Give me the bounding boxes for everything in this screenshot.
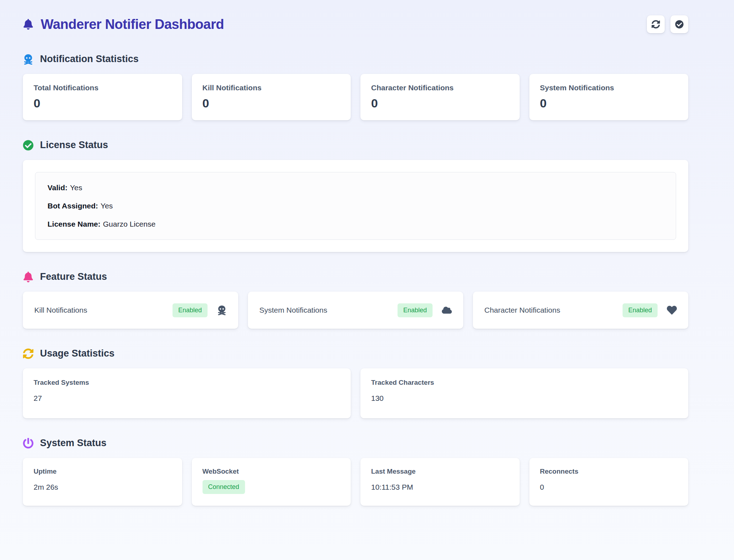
system-label: Uptime bbox=[34, 468, 171, 475]
stat-label: Total Notifications bbox=[34, 84, 171, 92]
stat-card-kill-notifications: Kill Notifications 0 bbox=[192, 74, 351, 120]
license-field-label: Valid: bbox=[48, 183, 68, 192]
license-field-label: Bot Assigned: bbox=[48, 202, 98, 210]
feature-label: Kill Notifications bbox=[34, 306, 87, 314]
section-title: Usage Statistics bbox=[40, 348, 115, 359]
system-card-last-message: Last Message 10:11:53 PM bbox=[360, 458, 520, 506]
section-header-usage-statistics: Usage Statistics bbox=[23, 348, 688, 359]
license-valid-line: Valid:Yes bbox=[48, 183, 664, 192]
system-value: 10:11:53 PM bbox=[371, 483, 509, 491]
status-badge: Enabled bbox=[623, 303, 658, 317]
license-field-value: Yes bbox=[101, 202, 113, 210]
stat-label: Kill Notifications bbox=[203, 84, 340, 92]
refresh-icon bbox=[651, 20, 660, 29]
page-title: Wanderer Notifier Dashboard bbox=[41, 17, 224, 32]
usage-card-tracked-characters: Tracked Characters 130 bbox=[360, 368, 688, 418]
usage-value: 27 bbox=[34, 394, 340, 403]
cloud-icon bbox=[442, 305, 452, 315]
websocket-status-badge: Connected bbox=[203, 480, 245, 494]
bell-icon bbox=[23, 19, 34, 30]
license-card: Valid:Yes Bot Assigned:Yes License Name:… bbox=[23, 160, 688, 252]
usage-value: 130 bbox=[371, 394, 678, 403]
feature-card-system-notifications: System Notifications Enabled bbox=[248, 292, 463, 329]
status-check-button[interactable] bbox=[670, 15, 688, 33]
section-header-notification-statistics: Notification Statistics bbox=[23, 54, 688, 65]
usage-label: Tracked Characters bbox=[371, 379, 678, 387]
license-field-value: Yes bbox=[70, 183, 82, 192]
status-badge: Enabled bbox=[173, 303, 208, 317]
stat-card-character-notifications: Character Notifications 0 bbox=[360, 74, 520, 120]
system-card-reconnects: Reconnects 0 bbox=[529, 458, 689, 506]
stat-value: 0 bbox=[540, 96, 678, 110]
check-circle-icon bbox=[675, 20, 684, 29]
status-badge: Enabled bbox=[398, 303, 433, 317]
usage-statistics-grid: Tracked Systems 27 Tracked Characters 13… bbox=[23, 368, 688, 418]
system-label: WebSocket bbox=[203, 468, 340, 475]
usage-card-tracked-systems: Tracked Systems 27 bbox=[23, 368, 351, 418]
stat-value: 0 bbox=[371, 96, 509, 110]
refresh-button[interactable] bbox=[647, 15, 665, 33]
feature-status-grid: Kill Notifications Enabled System Notifi… bbox=[23, 292, 688, 329]
system-status-grid: Uptime 2m 26s WebSocket Connected Last M… bbox=[23, 458, 688, 506]
system-value: 2m 26s bbox=[34, 483, 171, 491]
feature-label: Character Notifications bbox=[484, 306, 560, 314]
license-bot-assigned-line: Bot Assigned:Yes bbox=[48, 202, 664, 210]
system-card-websocket: WebSocket Connected bbox=[192, 458, 351, 506]
license-panel: Valid:Yes Bot Assigned:Yes License Name:… bbox=[35, 172, 676, 240]
skull-crossbones-icon bbox=[23, 54, 34, 65]
section-title: Notification Statistics bbox=[40, 54, 139, 65]
check-circle-icon bbox=[23, 140, 34, 151]
system-value: 0 bbox=[540, 483, 678, 491]
page-header: Wanderer Notifier Dashboard bbox=[23, 14, 688, 34]
dashboard-page: Wanderer Notifier Dashboard Notification… bbox=[0, 0, 734, 506]
section-title: System Status bbox=[40, 438, 106, 449]
section-header-feature-status: Feature Status bbox=[23, 271, 688, 282]
feature-card-kill-notifications: Kill Notifications Enabled bbox=[23, 292, 238, 329]
stat-value: 0 bbox=[34, 96, 171, 110]
usage-label: Tracked Systems bbox=[34, 379, 340, 387]
section-title: Feature Status bbox=[40, 271, 107, 282]
section-header-license-status: License Status bbox=[23, 140, 688, 151]
skull-crossbones-icon bbox=[217, 305, 227, 315]
license-name-line: License Name:Guarzo License bbox=[48, 220, 664, 228]
power-icon bbox=[23, 438, 34, 449]
stat-label: System Notifications bbox=[540, 84, 678, 92]
system-card-uptime: Uptime 2m 26s bbox=[23, 458, 182, 506]
stat-value: 0 bbox=[203, 96, 340, 110]
feature-card-character-notifications: Character Notifications Enabled bbox=[473, 292, 688, 329]
section-title: License Status bbox=[40, 140, 108, 151]
license-field-label: License Name: bbox=[48, 220, 100, 228]
system-label: Reconnects bbox=[540, 468, 678, 475]
system-label: Last Message bbox=[371, 468, 509, 475]
feature-label: System Notifications bbox=[259, 306, 327, 314]
stat-card-total-notifications: Total Notifications 0 bbox=[23, 74, 182, 120]
notification-statistics-grid: Total Notifications 0 Kill Notifications… bbox=[23, 74, 688, 120]
section-header-system-status: System Status bbox=[23, 438, 688, 449]
heart-icon bbox=[667, 305, 677, 315]
bell-icon bbox=[23, 272, 34, 282]
license-field-value: Guarzo License bbox=[103, 220, 155, 228]
stat-label: Character Notifications bbox=[371, 84, 509, 92]
sync-icon bbox=[23, 348, 34, 359]
stat-card-system-notifications: System Notifications 0 bbox=[529, 74, 689, 120]
